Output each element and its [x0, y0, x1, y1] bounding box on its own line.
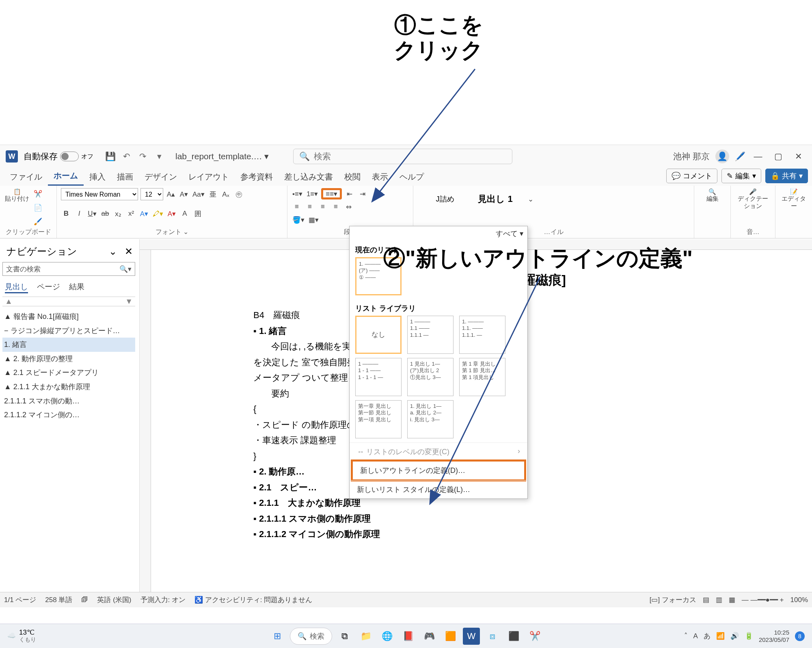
- increase-indent-icon[interactable]: ⇥: [357, 188, 368, 199]
- tab-review[interactable]: 校閲: [339, 168, 366, 186]
- tab-view[interactable]: 表示: [366, 168, 394, 186]
- clear-format-icon[interactable]: Aₓ: [221, 189, 231, 200]
- nav-prev-icon[interactable]: ▲: [5, 297, 13, 306]
- taskbar-clock[interactable]: 10:25 2023/05/07: [759, 629, 789, 643]
- phonetic-guide-icon[interactable]: 亜: [208, 189, 218, 200]
- dd-define-liststyle[interactable]: 新しいリスト スタイルの定義(L)…: [350, 480, 527, 498]
- style-heading1[interactable]: 見出し 1: [475, 193, 516, 205]
- dropdown-all-filter[interactable]: すべて ▾: [496, 229, 523, 238]
- word-taskbar-icon[interactable]: W: [463, 628, 480, 645]
- avatar-icon[interactable]: 👤: [715, 150, 729, 163]
- underline-icon[interactable]: U▾: [87, 208, 97, 219]
- align-center-icon[interactable]: ≡: [304, 201, 315, 212]
- start-icon[interactable]: ⊞: [269, 628, 286, 645]
- privacy-icon[interactable]: 🖊️: [735, 152, 745, 161]
- font-color-icon[interactable]: A▾: [166, 208, 177, 219]
- nav-search-input[interactable]: 文書の検索 🔍▾: [2, 262, 135, 276]
- strikethrough-icon[interactable]: ab: [100, 208, 110, 219]
- minimize-icon[interactable]: —: [748, 148, 768, 165]
- nav-item[interactable]: ▲ 報告書 No.1[羅磁痕]: [2, 310, 135, 324]
- grow-font-icon[interactable]: A▴: [166, 189, 176, 200]
- nav-item[interactable]: 2.1.1.2 マイコン側の…: [2, 408, 135, 422]
- nav-item[interactable]: 2.1.1.1 スマホ側の動…: [2, 394, 135, 408]
- unknown-app-icon[interactable]: 🟧: [442, 628, 459, 645]
- bold-icon[interactable]: B: [61, 208, 71, 219]
- vertical-ruler[interactable]: [140, 250, 151, 592]
- sb-words[interactable]: 258 単語: [45, 595, 72, 605]
- vscode-icon[interactable]: ⧈: [484, 628, 501, 645]
- font-family-select[interactable]: Times New Roman: [61, 188, 138, 200]
- sb-predict[interactable]: 予測入力: オン: [140, 595, 186, 605]
- nav-item[interactable]: − ラジコン操縦アプリとスピード…: [2, 324, 135, 338]
- task-view-icon[interactable]: ⧉: [336, 628, 353, 645]
- zoom-label[interactable]: 100%: [790, 596, 808, 604]
- nav-tab-headings[interactable]: 見出し: [5, 282, 28, 293]
- search-input[interactable]: 🔍 検索: [293, 149, 512, 164]
- nav-tab-pages[interactable]: ページ: [37, 282, 60, 293]
- superscript-icon[interactable]: x²: [126, 208, 136, 219]
- list-thumb[interactable]: 1 ―――1.1 ――1.1.1 ―: [407, 316, 454, 354]
- tab-design[interactable]: デザイン: [139, 168, 183, 186]
- subscript-icon[interactable]: x₂: [113, 208, 123, 219]
- highlight-icon[interactable]: 🖍▾: [152, 208, 164, 219]
- list-thumb[interactable]: 1 ―――1 - 1 ――1 - 1 - 1 ―: [355, 358, 402, 396]
- copy-icon[interactable]: 📄: [32, 202, 43, 213]
- list-thumb[interactable]: 1 見出し 1―(ア)見出し 2①見出し 3―: [407, 358, 454, 396]
- battery-icon[interactable]: 🔋: [745, 632, 753, 640]
- bullets-icon[interactable]: •≡▾: [292, 188, 303, 199]
- dd-define-outline[interactable]: 新しいアウトラインの定義(D)…: [351, 459, 526, 481]
- autosave-toggle[interactable]: 自動保存 オフ: [24, 151, 93, 162]
- chevron-down-icon[interactable]: ⌄: [109, 246, 117, 257]
- enclose-char-icon[interactable]: ㊥: [234, 189, 244, 200]
- notifications-icon[interactable]: 8: [795, 631, 805, 641]
- list-thumb[interactable]: 第一章 見出し第一節 見出し第一項 見出し: [355, 400, 402, 438]
- list-thumb[interactable]: 1. 見出し 1―a. 見出し 2―i. 見出し 3―: [407, 400, 454, 438]
- redo-icon[interactable]: ↷: [137, 151, 149, 162]
- cut-icon[interactable]: ✂️: [32, 188, 43, 199]
- tab-mailings[interactable]: 差し込み文書: [279, 168, 339, 186]
- dictation-button[interactable]: 🎤ディクテーション: [735, 188, 771, 209]
- sb-lang[interactable]: 英語 (米国): [97, 595, 131, 605]
- qat-overflow-icon[interactable]: ▾: [153, 151, 165, 162]
- view-web-icon[interactable]: ▦: [729, 596, 735, 604]
- taskbar-weather[interactable]: ☁️ 13℃くもり: [7, 629, 36, 643]
- sb-page[interactable]: 1/1 ページ: [4, 595, 36, 605]
- list-thumb[interactable]: 第 1 章 見出し第 1 節 見出…第 1 項見出し: [459, 358, 505, 396]
- close-icon[interactable]: ✕: [788, 148, 809, 165]
- snip-icon[interactable]: ✂️: [526, 628, 543, 645]
- sb-lang-icon[interactable]: 🗊: [81, 596, 88, 604]
- wifi-icon[interactable]: 📶: [716, 632, 725, 640]
- nav-item[interactable]: ▲ 2.1.1 大まかな動作原理: [2, 380, 135, 394]
- shrink-font-icon[interactable]: A▾: [179, 189, 189, 200]
- nav-next-icon[interactable]: ▼: [125, 297, 133, 306]
- char-shading-icon[interactable]: A: [179, 208, 190, 219]
- comments-button[interactable]: 💬 コメント: [666, 169, 717, 183]
- ime-icon[interactable]: A: [693, 632, 698, 640]
- nav-item[interactable]: ▲ 2. 動作原理の整理: [2, 352, 135, 366]
- align-left-icon[interactable]: ≡: [292, 201, 302, 212]
- borders-icon[interactable]: ▦▾: [308, 214, 320, 225]
- nav-item-selected[interactable]: 1. 緒言: [2, 338, 135, 352]
- font-size-select[interactable]: 12: [140, 188, 163, 200]
- nav-item[interactable]: ▲ 2.1 スピードメータアプリ: [2, 366, 135, 380]
- justify-icon[interactable]: ≡: [330, 201, 341, 212]
- tab-insert[interactable]: 挿入: [84, 168, 111, 186]
- char-border-icon[interactable]: 囲: [192, 208, 203, 219]
- tray-chevron-icon[interactable]: ˄: [684, 632, 688, 640]
- save-icon[interactable]: 💾: [105, 151, 116, 162]
- close-nav-icon[interactable]: ✕: [125, 246, 133, 257]
- tab-file[interactable]: ファイル: [4, 168, 48, 186]
- multilevel-list-button[interactable]: ≡≡▾: [321, 188, 342, 199]
- view-read-icon[interactable]: ▤: [703, 596, 709, 604]
- taskbar-search[interactable]: 🔍 検索: [290, 628, 332, 645]
- change-case-icon[interactable]: Aa▾: [192, 189, 205, 200]
- lang-icon[interactable]: あ: [704, 631, 710, 641]
- document-title[interactable]: lab_report_template.… ▾: [175, 152, 269, 161]
- volume-icon[interactable]: 🔊: [730, 632, 739, 640]
- paste-button[interactable]: 📋貼り付け: [4, 188, 30, 202]
- sb-focus[interactable]: [▭] フォーカス: [650, 595, 696, 605]
- xbox-icon[interactable]: 🎮: [421, 628, 438, 645]
- edit-mode-button[interactable]: ✎ 編集 ▾: [721, 169, 761, 183]
- decrease-indent-icon[interactable]: ⇤: [344, 188, 355, 199]
- numbering-icon[interactable]: 1≡▾: [306, 188, 319, 199]
